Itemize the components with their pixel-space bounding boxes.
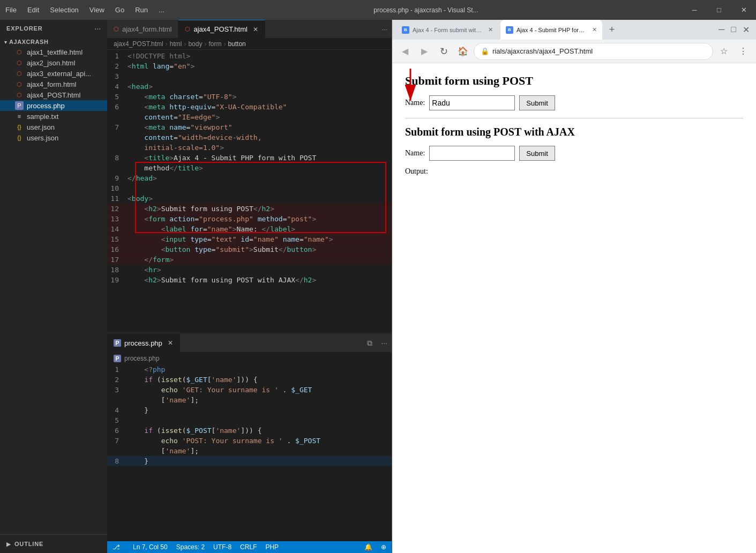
code-editor[interactable]: 1 <!DOCTYPE html> 2 <html lang="en"> 3 [107, 50, 392, 332]
sidebar-item-label: ajax3_external_api... [27, 70, 91, 78]
section2-submit-button[interactable]: Submit [519, 146, 555, 161]
forward-button[interactable]: ▶ [416, 43, 433, 60]
breadcrumb-file[interactable]: ajax4_POST.html [114, 40, 163, 48]
section1-submit-button[interactable]: Submit [519, 95, 555, 110]
breadcrumb-sep: › [184, 40, 186, 48]
process-filename: P process.php [107, 353, 392, 364]
sidebar-item-sample-txt[interactable]: ≡ sample.txt [0, 111, 107, 122]
split-icon[interactable]: ⧉ [363, 339, 377, 348]
php-line-3: 3 echo 'GET: Your surname is ' . $_GET [107, 385, 392, 395]
status-lang[interactable]: PHP [265, 543, 279, 551]
sidebar-item-ajax4-form[interactable]: ⬡ ajax4_form.html [0, 79, 107, 89]
line-number: 2 [107, 61, 128, 71]
url-bar[interactable]: 🔒 rials/ajaxcrash/ajax4_POST.html [474, 43, 713, 60]
menu-file[interactable]: File [0, 4, 22, 16]
tab-more-icon[interactable]: ··· [377, 25, 392, 33]
menu-view[interactable]: View [84, 4, 110, 16]
close-button[interactable]: ✕ [731, 0, 756, 20]
sidebar-item-user-json[interactable]: {} user.json [0, 122, 107, 132]
breadcrumb-button[interactable]: button [228, 40, 245, 48]
tab-ajax4-form[interactable]: ⬡ ajax4_form.html [107, 20, 178, 39]
back-button[interactable]: ◀ [396, 43, 414, 60]
line-number: 10 [107, 183, 128, 193]
bookmark-icon[interactable]: ☆ [715, 43, 732, 60]
maximize-browser-icon[interactable]: □ [729, 25, 738, 35]
section1-name-input[interactable] [429, 95, 515, 110]
tab-ajax4-post[interactable]: ⬡ ajax4_POST.html ✕ [178, 20, 265, 39]
sidebar-item-process-php[interactable]: P process.php [0, 100, 107, 111]
line-code: <head> [128, 81, 153, 92]
line-number: 12 [107, 204, 128, 214]
sidebar-item-ajax1[interactable]: ⬡ ajax1_textfile.html [0, 47, 107, 57]
status-encoding[interactable]: UTF-8 [213, 543, 231, 551]
sidebar-item-label: ajax1_textfile.html [27, 48, 83, 56]
maximize-button[interactable]: □ [707, 0, 731, 20]
breadcrumb-form[interactable]: form [208, 40, 221, 48]
browser-tab-close-icon[interactable]: ✕ [592, 26, 597, 33]
line-code: <input type="text" id="name" name="name"… [128, 234, 333, 244]
php-line-3b: ['name']; [107, 395, 392, 405]
status-position[interactable]: Ln 7, Col 50 [133, 543, 168, 551]
breadcrumb-html[interactable]: html [170, 40, 182, 48]
sidebar-item-label: user.json [27, 123, 55, 131]
line-code: <h2>Submit form using POST</h2> [128, 204, 274, 214]
menu-go[interactable]: Go [110, 4, 130, 16]
sidebar-item-ajax4-post[interactable]: ⬡ ajax4_POST.html [0, 89, 107, 100]
minimize-button[interactable]: ─ [682, 0, 707, 20]
browser-tab-close-icon[interactable]: ✕ [488, 26, 493, 33]
sidebar-item-ajax3[interactable]: ⬡ ajax3_external_api... [0, 68, 107, 79]
line-code: <title>Ajax 4 - Submit PHP form with POS… [128, 153, 316, 163]
home-button[interactable]: 🏠 [454, 43, 471, 60]
line-code: <meta charset="UTF-8"> [128, 92, 237, 102]
line-number: 5 [107, 415, 128, 425]
tab-close-icon[interactable]: ✕ [253, 26, 258, 33]
titlebar: File Edit Selection View Go Run ... proc… [0, 0, 756, 20]
minimize-browser-icon[interactable]: ─ [716, 25, 727, 35]
status-spaces[interactable]: Spaces: 2 [176, 543, 205, 551]
line-code: content="width=device-width, [128, 132, 261, 143]
php-code-editor[interactable]: 1 <?php 2 if (isset($_GET['name'])) { 3 … [107, 364, 392, 541]
reload-button[interactable]: ↻ [435, 43, 452, 60]
close-browser-icon[interactable]: ✕ [740, 25, 752, 35]
status-eol[interactable]: CRLF [240, 543, 257, 551]
outline-bar[interactable]: ▶ Outline [0, 534, 107, 553]
menu-selection[interactable]: Selection [44, 4, 84, 16]
tab-process-php[interactable]: P process.php ✕ [107, 334, 180, 353]
browser-navbar: ◀ ▶ ↻ 🏠 🔒 rials/ajaxcrash/ajax4_POST.htm… [392, 40, 756, 63]
filename-label: process.php [124, 355, 159, 362]
txt-icon: ≡ [15, 112, 24, 121]
menu-more[interactable]: ... [153, 4, 170, 16]
sidebar-header-more[interactable]: ··· [94, 24, 101, 33]
menu-edit[interactable]: Edit [22, 4, 44, 16]
json-icon: {} [15, 123, 24, 131]
html-tab-icon: ⬡ [185, 26, 190, 33]
html-icon: ⬡ [15, 69, 24, 78]
line-code: } [128, 405, 148, 415]
line-number: 13 [107, 214, 128, 224]
line-code: content="IE=edge"> [128, 112, 220, 122]
breadcrumb-sep: › [204, 40, 206, 48]
line-code: echo 'GET: Your surname is ' . $_GET [128, 385, 312, 395]
breadcrumb-body[interactable]: body [188, 40, 202, 48]
menu-run[interactable]: Run [130, 4, 153, 16]
section2-name-input[interactable] [429, 146, 515, 161]
line-number: 16 [107, 244, 128, 255]
sidebar-item-users-json[interactable]: {} users.json [0, 132, 107, 143]
more-icon[interactable]: ··· [377, 339, 392, 347]
explorer-folder[interactable]: ▾ AJAXCRASH [0, 37, 107, 47]
settings-icon[interactable]: ⋮ [735, 43, 752, 60]
code-line-6: 6 <meta http-equiv="X-UA-Compatible" [107, 102, 392, 112]
sidebar-item-ajax2[interactable]: ⬡ ajax2_json.html [0, 57, 107, 68]
folder-caret-icon: ▾ [4, 39, 7, 45]
tab-close-icon[interactable]: ✕ [168, 339, 173, 347]
line-code: echo 'POST: Your surname is ' . $_POST [128, 436, 320, 446]
html-icon: ⬡ [15, 58, 24, 67]
browser-tab-ajax4-form[interactable]: B Ajax 4 - Form submit with PHP ✕ [396, 20, 498, 40]
new-tab-button[interactable]: + [604, 23, 619, 38]
code-line-15: 15 <input type="text" id="name" name="na… [107, 234, 392, 244]
php-file-icon: P [114, 355, 121, 362]
line-number [107, 112, 128, 122]
browser-tab-ajax4-post[interactable]: B Ajax 4 - Submit PHP form with P... ✕ [500, 20, 602, 40]
html-tab-icon: ⬡ [114, 26, 119, 33]
breadcrumb-sep: › [166, 40, 168, 48]
